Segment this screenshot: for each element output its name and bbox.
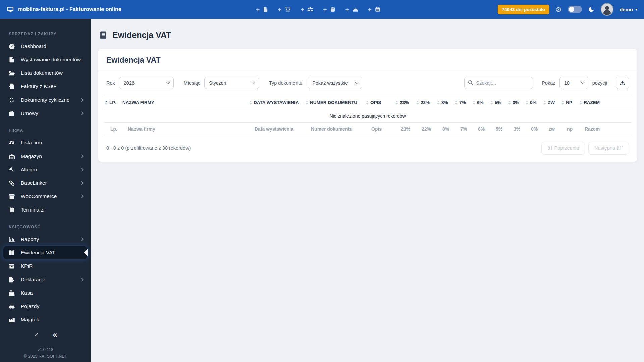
pagination-info: 0 - 0 z 0 (przefiltrowane z 38 rekordów) bbox=[106, 145, 191, 151]
file-signature-icon bbox=[8, 277, 15, 283]
add-contractor-button[interactable]: + bbox=[300, 6, 314, 13]
doc-type-select[interactable]: Pokaż wszystkie bbox=[308, 77, 362, 89]
year-select[interactable]: 2026 bbox=[119, 77, 174, 89]
sidebar-item-label: Lista dokumentów bbox=[21, 70, 63, 76]
sort-icon[interactable] bbox=[526, 101, 528, 105]
search-input[interactable] bbox=[464, 77, 533, 89]
add-cart-button[interactable]: + bbox=[278, 6, 291, 13]
sidebar-item-lista-firm[interactable]: Lista firm bbox=[0, 136, 91, 149]
theme-toggle[interactable] bbox=[568, 6, 582, 13]
page-title: Ewidencja VAT bbox=[112, 30, 171, 40]
user-menu[interactable]: demo ▾ bbox=[620, 7, 637, 12]
calendar-icon bbox=[8, 207, 15, 213]
sidebar-item-kpir[interactable]: KPiR bbox=[0, 259, 91, 273]
col-header-lp[interactable]: LP. bbox=[104, 96, 121, 110]
warehouse-icon bbox=[8, 154, 15, 159]
expand-icon[interactable] bbox=[34, 331, 39, 338]
download-button[interactable] bbox=[616, 77, 629, 89]
footer-data-wystawienia: Data wystawienia bbox=[248, 122, 304, 136]
col-header-0[interactable]: 0% bbox=[524, 96, 542, 110]
sidebar-item-allegro[interactable]: Allegro bbox=[0, 163, 91, 176]
footer-razem: Razem bbox=[578, 122, 632, 136]
col-header-nazwa-firmy[interactable]: NAZWA FIRMY bbox=[121, 96, 248, 110]
sidebar-item-umowy[interactable]: Umowy bbox=[0, 107, 91, 120]
sort-icon[interactable] bbox=[416, 101, 419, 105]
page-size-select[interactable]: 10 bbox=[559, 77, 588, 89]
sidebar-item-raporty[interactable]: Raporty bbox=[0, 233, 91, 246]
sort-icon[interactable] bbox=[249, 101, 252, 105]
sort-icon[interactable] bbox=[508, 101, 511, 105]
col-header-data-wystawienia[interactable]: DATA WYSTAWIENIA bbox=[248, 96, 304, 110]
sidebar-item-dokumenty-cykliczne[interactable]: Dokumenty cykliczne bbox=[0, 93, 91, 107]
col-header-8[interactable]: 8% bbox=[436, 96, 453, 110]
sidebar-item-ewidencja-vat[interactable]: Ewidencja VAT bbox=[3, 246, 87, 259]
sidebar-item-kasa[interactable]: Kasa bbox=[0, 286, 91, 300]
sort-icon[interactable] bbox=[366, 101, 369, 105]
col-header-7[interactable]: 7% bbox=[453, 96, 471, 110]
sidebar-item-label: Raporty bbox=[21, 236, 39, 242]
copyright: © 2025 RAFSOFT.NET bbox=[0, 354, 91, 359]
sidebar-item-dashboard[interactable]: Dashboard bbox=[0, 40, 91, 53]
chevron-right-icon bbox=[79, 194, 83, 198]
col-header-opis[interactable]: OPIS bbox=[365, 96, 394, 110]
col-header-3[interactable]: 3% bbox=[507, 96, 524, 110]
add-document-button[interactable]: + bbox=[256, 6, 268, 13]
col-header-razem[interactable]: RAZEM bbox=[578, 96, 632, 110]
sort-icon[interactable] bbox=[473, 101, 475, 105]
collapse-sidebar-icon[interactable]: « bbox=[53, 330, 57, 339]
add-service-button[interactable]: + bbox=[345, 6, 358, 13]
col-header-np[interactable]: NP bbox=[560, 96, 578, 110]
search-icon bbox=[468, 80, 473, 85]
avatar[interactable] bbox=[601, 3, 613, 16]
sort-icon[interactable] bbox=[579, 101, 582, 105]
gear-icon[interactable]: ⚙ bbox=[555, 6, 562, 13]
sidebar-item-label: Lista firm bbox=[21, 140, 42, 146]
show-label: Pokaż bbox=[542, 80, 555, 86]
sort-icon[interactable] bbox=[561, 101, 564, 105]
footer-0: 0% bbox=[524, 122, 542, 136]
sidebar-section-sprzedaz: SPRZEDAŻ I ZAKUPY bbox=[9, 32, 82, 36]
next-page-button[interactable]: Następna â†' bbox=[588, 142, 629, 155]
add-product-button[interactable]: + bbox=[323, 6, 336, 13]
sidebar-section-ksiegowosc: KSIĘGOWOŚĆ bbox=[9, 225, 82, 229]
sidebar-item-woocommerce[interactable]: WooCommerce bbox=[0, 190, 91, 203]
sidebar-item-wystawianie-dokumentow[interactable]: Wystawianie dokumentów bbox=[0, 53, 91, 66]
sidebar-item-lista-dokumentow[interactable]: Lista dokumentów bbox=[0, 66, 91, 80]
briefcase-icon bbox=[8, 111, 15, 116]
previous-page-button[interactable]: â† Poprzednia bbox=[541, 142, 585, 155]
footer-nazwa-firmy: Nazwa firmy bbox=[121, 122, 248, 136]
month-select[interactable]: Styczeń bbox=[204, 77, 259, 89]
col-header-numer-dokumentu[interactable]: NUMER DOKUMENTU bbox=[304, 96, 365, 110]
sort-icon[interactable] bbox=[437, 101, 440, 105]
sort-icon[interactable] bbox=[306, 101, 308, 105]
brand-title: mobilna-faktura.pl - Fakturowanie online bbox=[18, 6, 121, 12]
plus-icon: + bbox=[323, 6, 327, 13]
add-event-button[interactable]: + bbox=[368, 6, 381, 13]
col-header-22[interactable]: 22% bbox=[415, 96, 436, 110]
sidebar-item-label: Ewidencja VAT bbox=[21, 250, 55, 256]
moon-icon[interactable] bbox=[588, 6, 595, 13]
sidebar-item-label: Dashboard bbox=[21, 43, 46, 49]
sort-icon[interactable] bbox=[455, 101, 458, 105]
sort-icon[interactable] bbox=[490, 101, 493, 105]
col-header-23[interactable]: 23% bbox=[394, 96, 415, 110]
sort-icon[interactable] bbox=[105, 101, 108, 105]
sidebar-item-faktury-ksef[interactable]: Faktury z KSeF bbox=[0, 80, 91, 93]
sort-icon[interactable] bbox=[395, 101, 398, 105]
sidebar-footer: « v1.0.118 © 2025 RAFSOFT.NET bbox=[0, 330, 91, 362]
plus-icon: + bbox=[256, 6, 260, 13]
col-header-6[interactable]: 6% bbox=[471, 96, 489, 110]
sidebar-item-pojazdy[interactable]: Pojazdy bbox=[0, 300, 91, 313]
sidebar-item-terminarz[interactable]: Terminarz bbox=[0, 203, 91, 217]
sort-icon[interactable] bbox=[543, 101, 546, 105]
chevron-down-icon bbox=[581, 80, 584, 84]
col-header-zw[interactable]: ZW bbox=[542, 96, 560, 110]
sidebar-item-deklaracje[interactable]: Deklaracje bbox=[0, 273, 91, 286]
trial-badge[interactable]: 74043 dni pozostało bbox=[498, 5, 549, 14]
col-header-5[interactable]: 5% bbox=[489, 96, 507, 110]
cash-register-icon bbox=[8, 290, 15, 296]
sidebar-item-baselinker[interactable]: BaseLinker bbox=[0, 176, 91, 190]
sidebar-item-majatek[interactable]: Majątek bbox=[0, 313, 91, 326]
sidebar-item-magazyn[interactable]: Magazyn bbox=[0, 149, 91, 163]
sidebar-item-label: Wystawianie dokumentów bbox=[21, 57, 81, 63]
